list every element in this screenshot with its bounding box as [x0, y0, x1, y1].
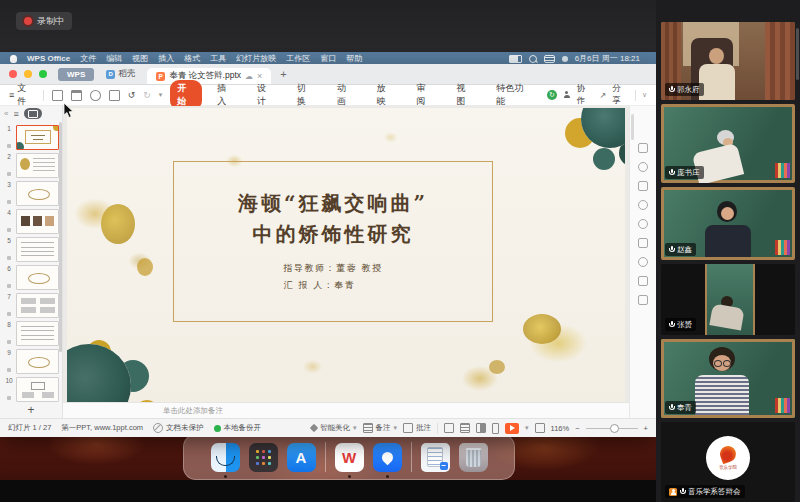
- title-text-box[interactable]: 海顿“狂飙交响曲” 中的矫饰性研究 指导教师：董蓉 教授 汇 报 人：奉青: [173, 161, 493, 322]
- menu-item-workspace[interactable]: 工作区: [286, 53, 310, 64]
- slide-thumbnail-5[interactable]: 5: [0, 235, 62, 263]
- menu-item-file[interactable]: 文件: [80, 53, 96, 64]
- thumbnail-preview[interactable]: [16, 293, 59, 318]
- new-tab-button[interactable]: +: [280, 68, 286, 80]
- format-painter-icon[interactable]: [109, 90, 120, 101]
- collaborate-button[interactable]: 协作: [577, 83, 594, 107]
- document-protection-button[interactable]: 文档未保护: [153, 423, 204, 433]
- menu-item-insert[interactable]: 插入: [158, 53, 174, 64]
- slide-thumbnail-1[interactable]: 1: [0, 123, 62, 151]
- zoom-slider[interactable]: [586, 428, 638, 429]
- panel-tool-icon[interactable]: [638, 200, 648, 210]
- panel-tool-icon[interactable]: [638, 295, 648, 305]
- thumbnail-preview[interactable]: [16, 265, 59, 290]
- close-window-button[interactable]: [9, 70, 17, 78]
- slide-thumbnail-9[interactable]: 9: [0, 347, 62, 375]
- play-slideshow-button[interactable]: [505, 423, 519, 434]
- panel-tool-icon[interactable]: [638, 219, 648, 229]
- slide-thumbnail-7[interactable]: 7: [0, 291, 62, 319]
- control-center-icon[interactable]: [544, 55, 555, 63]
- preview-icon[interactable]: [90, 90, 101, 101]
- trash-icon[interactable]: [459, 443, 488, 472]
- slide-subtitle[interactable]: 指导教师：董蓉 教授 汇 报 人：奉青: [284, 260, 383, 294]
- menu-item-tools[interactable]: 工具: [210, 53, 226, 64]
- panel-tool-icon[interactable]: [638, 143, 648, 153]
- thumbnail-preview[interactable]: [16, 321, 59, 346]
- undo-icon[interactable]: ↺: [128, 90, 136, 100]
- slide-thumbnail-8[interactable]: 8: [0, 319, 62, 347]
- wps-home-button[interactable]: WPS: [58, 68, 94, 81]
- finder-icon[interactable]: [211, 443, 240, 472]
- slide-sorter-view-icon[interactable]: [460, 423, 470, 433]
- zoom-window-button[interactable]: [39, 70, 47, 78]
- slide-title[interactable]: 海顿“狂飙交响曲” 中的矫饰性研究: [238, 188, 428, 250]
- document-dock-icon[interactable]: −: [421, 443, 450, 472]
- screen-recording-badge[interactable]: 录制中: [16, 12, 72, 30]
- cloud-sync-status-icon[interactable]: ↻: [547, 90, 557, 100]
- thumbnail-preview[interactable]: [16, 377, 59, 402]
- notes-bar[interactable]: 单击此处添加备注: [63, 402, 629, 418]
- apple-logo-icon[interactable]: [10, 55, 17, 63]
- slide-canvas[interactable]: 海顿“狂飙交响曲” 中的矫饰性研究 指导教师：董蓉 教授 汇 报 人：奉青: [67, 108, 625, 402]
- menu-bar-clock[interactable]: 6月6日 周一 18:21: [575, 53, 640, 64]
- participant-tile-active-speaker[interactable]: 奉青: [661, 339, 795, 418]
- menu-item-slideshow[interactable]: 幻灯片放映: [236, 53, 276, 64]
- local-backup-button[interactable]: 本地备份开: [214, 423, 262, 433]
- collapse-panel-icon[interactable]: «: [4, 109, 8, 118]
- save-icon[interactable]: [52, 90, 63, 101]
- thumbnail-preview[interactable]: [16, 125, 59, 150]
- menu-item-format[interactable]: 格式: [184, 53, 200, 64]
- comments-button[interactable]: 批注: [403, 423, 431, 433]
- meeting-app-dock-icon[interactable]: [373, 443, 402, 472]
- zoom-percentage[interactable]: 116%: [551, 424, 570, 433]
- chevron-down-icon[interactable]: ▾: [159, 91, 163, 99]
- thumbnail-preview[interactable]: [16, 237, 59, 262]
- menu-app-name[interactable]: WPS Office: [27, 54, 70, 63]
- smart-beautify-button[interactable]: 智能美化 ▾: [311, 423, 357, 433]
- slide-thumbnail-4[interactable]: 4: [0, 207, 62, 235]
- launchpad-icon[interactable]: [249, 443, 278, 472]
- fullscreen-icon[interactable]: [535, 423, 545, 433]
- slide-thumbnail-6[interactable]: 6: [0, 263, 62, 291]
- menu-item-view[interactable]: 视图: [132, 53, 148, 64]
- participant-tile[interactable]: 庞书庄: [661, 104, 795, 183]
- search-icon[interactable]: [529, 55, 537, 63]
- zoom-in-button[interactable]: +: [644, 424, 648, 433]
- status-dot-icon[interactable]: [562, 56, 568, 62]
- slide-thumbnail-10[interactable]: 10: [0, 375, 62, 402]
- zoom-out-button[interactable]: −: [575, 424, 579, 433]
- thumbnail-scrollbar[interactable]: [59, 122, 62, 352]
- outline-view-icon[interactable]: ≡: [13, 109, 18, 119]
- menu-item-window[interactable]: 窗口: [320, 53, 336, 64]
- print-icon[interactable]: [71, 90, 82, 101]
- app-store-icon[interactable]: A: [287, 443, 316, 472]
- meeting-panel-scrollbar[interactable]: [796, 28, 799, 80]
- participant-tile-host[interactable]: 音乐学院 音乐学系答辩会: [661, 422, 795, 502]
- canvas-scrollbar[interactable]: [631, 114, 634, 140]
- notes-toggle-button[interactable]: 备注 ▾: [363, 423, 398, 433]
- docer-tab[interactable]: D 稻壳: [101, 68, 140, 80]
- menu-item-help[interactable]: 帮助: [346, 53, 362, 64]
- minimize-window-button[interactable]: [24, 70, 32, 78]
- slide-thumbnail-2[interactable]: 2: [0, 151, 62, 179]
- battery-icon[interactable]: [509, 55, 522, 63]
- participant-tile[interactable]: 郭永府: [661, 22, 795, 100]
- wps-office-dock-icon[interactable]: W: [335, 443, 364, 472]
- file-menu-button[interactable]: ≡ 文件: [9, 82, 35, 108]
- panel-tool-icon[interactable]: [638, 162, 648, 172]
- thumbnail-preview[interactable]: [16, 349, 59, 374]
- reading-view-icon[interactable]: [476, 423, 486, 433]
- slides-view-toggle[interactable]: [24, 108, 42, 119]
- thumbnail-preview[interactable]: [16, 153, 59, 178]
- normal-view-icon[interactable]: [444, 423, 454, 433]
- play-options-icon[interactable]: ▾: [525, 424, 529, 432]
- panel-tool-icon[interactable]: [638, 257, 648, 267]
- thumbnail-preview[interactable]: [16, 181, 59, 206]
- panel-tool-icon[interactable]: [638, 181, 648, 191]
- phone-mode-icon[interactable]: [492, 423, 499, 434]
- panel-tool-icon[interactable]: [638, 276, 648, 286]
- thumbnail-preview[interactable]: [16, 209, 59, 234]
- redo-icon[interactable]: ↻: [143, 90, 151, 100]
- panel-tool-icon[interactable]: [638, 238, 648, 248]
- slide-thumbnail-3[interactable]: 3: [0, 179, 62, 207]
